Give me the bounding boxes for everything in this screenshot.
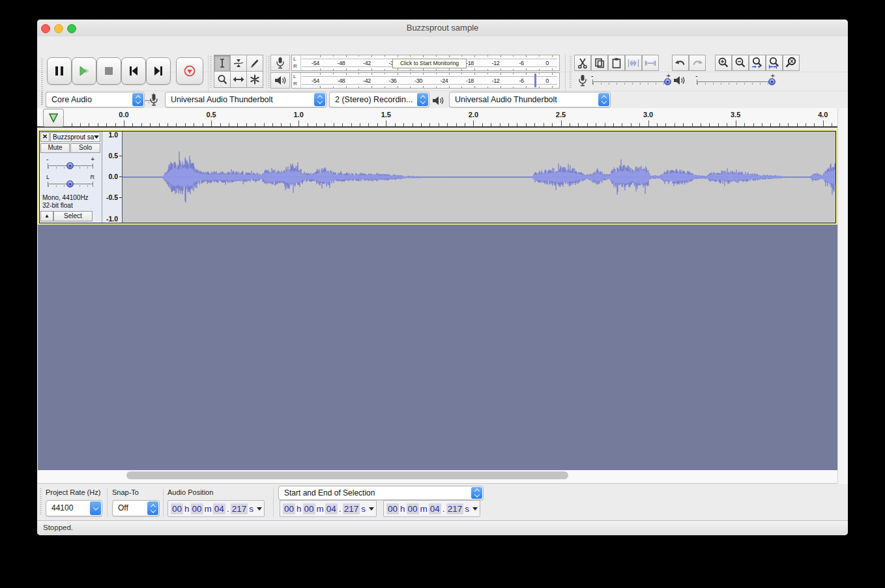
chevron-up-down-icon <box>147 501 158 515</box>
meter-db-label: -18 <box>466 60 474 66</box>
timeline-options-button[interactable] <box>43 109 64 127</box>
multi-tool-button[interactable] <box>246 71 263 88</box>
time-digit-group[interactable]: 04 <box>213 503 225 514</box>
vruler-label: 0.0 <box>108 173 118 180</box>
zoom-out-icon <box>734 57 747 69</box>
timeline-label: 0.5 <box>206 111 216 119</box>
pan-thumb[interactable] <box>66 180 74 188</box>
zoom-selection-button[interactable] <box>749 55 766 71</box>
horizontal-scrollbar[interactable] <box>38 470 837 484</box>
selection-mode-select[interactable]: Start and End of Selection <box>278 486 484 500</box>
playback-meter[interactable]: LR -54-48-42-36-30-24-18-12-60 <box>291 72 560 89</box>
audio-host-select[interactable]: Core Audio <box>46 92 145 107</box>
meter-channel-labels: LR <box>292 73 301 88</box>
paste-button[interactable] <box>608 55 625 71</box>
track-area-background[interactable] <box>38 225 837 470</box>
track-bitdepth-info: 32-bit float <box>42 202 73 209</box>
envelope-tool-button[interactable] <box>230 55 247 72</box>
time-unit-label: s <box>465 504 469 514</box>
time-digit-group[interactable]: 00 <box>191 503 203 514</box>
vertical-scrollbar[interactable] <box>837 108 848 484</box>
time-digit-group[interactable]: 217 <box>231 503 248 514</box>
time-field-dropdown-arrow[interactable] <box>257 507 262 511</box>
chevron-up-down-icon <box>471 487 482 499</box>
gain-thumb[interactable] <box>66 162 74 169</box>
stop-icon <box>104 66 114 76</box>
audio-position-field[interactable]: 00h00m04.217s <box>167 500 265 517</box>
skip-to-start-button[interactable] <box>121 57 146 85</box>
zoom-fit-icon <box>768 57 781 69</box>
time-digit-group[interactable]: 00 <box>386 503 399 514</box>
meter-db-label: -36 <box>388 77 396 84</box>
copy-button[interactable] <box>591 55 608 71</box>
recording-channels-select[interactable]: 2 (Stereo) Recordin... <box>329 92 429 107</box>
solo-button[interactable]: Solo <box>70 143 100 153</box>
zoom-selection-icon <box>751 57 764 69</box>
draw-tool-button[interactable] <box>246 55 263 72</box>
time-digit-group[interactable]: 04 <box>325 503 338 514</box>
zoom-tool-button[interactable] <box>214 71 231 88</box>
time-digit-group[interactable]: 217 <box>446 503 464 514</box>
horizontal-scrollbar-thumb[interactable] <box>126 471 568 479</box>
fit-project-button[interactable] <box>766 55 783 71</box>
title-bar[interactable]: Buzzsprout sample <box>37 20 848 37</box>
time-digit-group[interactable]: 00 <box>407 503 419 514</box>
monitoring-hint[interactable]: Click to Start Monitoring <box>392 59 467 68</box>
record-button[interactable] <box>176 57 203 85</box>
time-field-dropdown-arrow[interactable] <box>369 507 374 511</box>
time-digit-group[interactable]: 217 <box>343 503 360 514</box>
zoom-in-button[interactable] <box>715 55 732 71</box>
time-digit-group[interactable]: 00 <box>303 503 315 514</box>
trim-audio-button[interactable] <box>625 55 642 71</box>
pan-slider[interactable]: L R <box>46 176 94 190</box>
track-name[interactable]: Buzzsprout sa <box>50 132 100 142</box>
zoom-toggle-button[interactable] <box>783 55 800 71</box>
timeline-label: 0.0 <box>119 111 128 119</box>
track-collapse-button[interactable]: ▲ <box>40 211 53 221</box>
recording-volume-thumb[interactable] <box>664 78 671 85</box>
timeline-ruler[interactable]: 0.00.51.01.52.02.53.03.54.0 <box>37 108 837 128</box>
time-digit-group[interactable]: 00 <box>283 503 295 514</box>
undo-button[interactable] <box>672 55 689 71</box>
meter-db-label: -48 <box>337 77 345 84</box>
selection-start-field[interactable]: 00h00m04.217s <box>280 500 377 517</box>
time-digit-group[interactable]: 00 <box>171 503 183 514</box>
recording-volume-slider[interactable]: -+ <box>591 74 671 88</box>
record-meter-mic-button[interactable] <box>270 55 290 71</box>
chevron-up-down-icon <box>417 93 428 106</box>
zoom-tool-icon <box>216 74 228 85</box>
time-field-dropdown-arrow[interactable] <box>472 507 478 511</box>
silence-audio-button[interactable] <box>642 55 659 71</box>
skip-to-end-button[interactable] <box>146 57 171 85</box>
timeshift-tool-button[interactable] <box>230 71 247 88</box>
gain-slider[interactable]: - + <box>46 158 94 172</box>
meter-db-label: -24 <box>440 77 448 84</box>
time-unit-label: h <box>400 504 405 514</box>
playback-device-select[interactable]: Universal Audio Thunderbolt <box>449 92 611 107</box>
track-select-button[interactable]: Select <box>53 211 93 221</box>
stop-button[interactable] <box>96 57 121 85</box>
redo-icon <box>691 57 704 69</box>
playback-volume-slider[interactable]: -+ <box>695 74 775 88</box>
cut-button[interactable] <box>574 55 591 71</box>
selection-toolbar: Project Rate (Hz) Snap-To Audio Position… <box>37 484 848 520</box>
selection-end-field[interactable]: 00h00m04.217s <box>383 500 480 517</box>
trim-icon <box>627 57 640 69</box>
snap-to-select[interactable]: Off <box>112 500 160 516</box>
time-unit-label: . <box>339 504 341 514</box>
recording-meter[interactable]: LR Click to Start Monitoring -54-48-42-3… <box>291 55 560 71</box>
pause-button[interactable] <box>47 57 72 85</box>
waveform-area[interactable] <box>123 132 835 223</box>
play-meter-speaker-button[interactable] <box>270 72 290 89</box>
playback-volume-thumb[interactable] <box>768 78 776 85</box>
time-digit-group[interactable]: 04 <box>429 503 441 514</box>
mute-button[interactable]: Mute <box>40 143 70 153</box>
track-close-button[interactable]: ✕ <box>40 132 50 142</box>
project-rate-select[interactable]: 44100 <box>46 500 102 516</box>
recording-device-select[interactable]: Universal Audio Thunderbolt <box>165 92 326 107</box>
play-button[interactable] <box>72 57 96 85</box>
redo-button[interactable] <box>689 55 706 71</box>
selection-tool-button[interactable] <box>214 55 231 72</box>
zoom-out-button[interactable] <box>732 55 749 71</box>
vertical-ruler[interactable]: 1.00.50.0-0.5-1.0 <box>102 132 123 223</box>
